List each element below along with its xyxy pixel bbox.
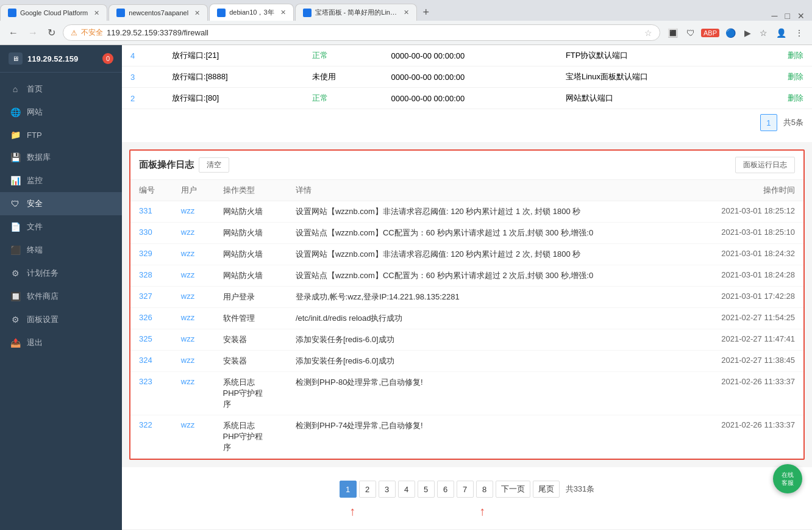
delete-btn[interactable]: 删除 [749,66,812,88]
clear-log-button[interactable]: 清空 [199,157,229,173]
row-id: 3 [122,66,163,88]
security-icon: ⚠ [71,29,77,37]
log-type: 网站防火墙 [215,265,287,287]
back-button[interactable]: ← [6,26,21,40]
sidebar-label-database: 数据库 [27,152,51,163]
page-btn-2[interactable]: 2 [359,481,376,498]
tab-close-btn[interactable]: ✕ [194,9,200,17]
arrow-page8: ↑ [479,505,485,517]
maximize-button[interactable]: □ [785,11,790,21]
address-bar[interactable]: ⚠ 不安全 119.29.52.159:33789/firewall ☆ [63,24,660,41]
insecure-label: 不安全 [81,27,103,38]
reload-button[interactable]: ↻ [45,26,58,40]
database-icon: 💾 [10,152,21,162]
sidebar-item-cron[interactable]: ⚙ 计划任务 [0,262,122,285]
sidebar-header: 🖥 119.29.52.159 0 [0,45,122,73]
sidebar-item-monitor[interactable]: 📊 监控 [0,169,122,192]
tab-close-btn[interactable]: ✕ [280,9,286,16]
log-row: 330 wzz 网站防火墙 设置站点【wzznb.com】CC配置为：60 秒内… [130,223,803,244]
sidebar-item-terminal[interactable]: ⬛ 终端 [0,238,122,262]
extension-btn-1[interactable]: 🔳 [665,27,680,39]
log-id: 331 [130,201,173,223]
log-type: 安装器 [215,329,287,351]
tab-close-btn[interactable]: ✕ [94,9,99,17]
sidebar-label-panel-settings: 面板设置 [27,314,59,325]
pagination-total: 共331条 [566,484,595,495]
page-btn-6[interactable]: 6 [437,481,454,498]
new-tab-button[interactable]: + [418,5,435,20]
row-id: 2 [122,88,163,109]
user-avatar[interactable]: 👤 [774,27,789,39]
log-id: 325 [130,329,173,351]
log-id: 329 [130,244,173,265]
server-icon: 🖥 [9,52,23,65]
page-btn-5[interactable]: 5 [418,481,435,498]
log-detail: 检测到PHP-74处理异常,已自动修复! [287,415,688,459]
page-btn-1[interactable]: 1 [340,481,357,498]
sidebar-item-appstore[interactable]: 🔲 软件商店 [0,285,122,308]
content-area: 4 放行端口:[21] 正常 0000-00-00 00:00:00 FTP协议… [122,45,812,530]
log-type: 系统日志PHP守护程序 [215,415,287,459]
extension-btn-abp[interactable]: ABP [701,29,719,37]
next-page-btn[interactable]: 下一页 [496,481,530,498]
sidebar-item-home[interactable]: ⌂ 首页 [0,77,122,101]
page-btn-7[interactable]: 7 [457,481,474,498]
table-row: 4 放行端口:[21] 正常 0000-00-00 00:00:00 FTP协议… [122,45,812,66]
sidebar-item-ftp[interactable]: 📁 FTP [0,124,122,146]
sidebar-item-logout[interactable]: 📤 退出 [0,331,122,354]
firewall-pagination: 1 共5条 [122,109,812,136]
page-btn-8[interactable]: 8 [476,481,493,498]
row-time: 0000-00-00 00:00:00 [383,66,557,88]
extension-btn-media[interactable]: ▶ [742,27,753,39]
address-bar-row: ← → ↻ ⚠ 不安全 119.29.52.159:33789/firewall… [0,21,812,45]
tab-close-btn[interactable]: ✕ [404,9,409,16]
tab-google-cloud[interactable]: Google Cloud Platform ✕ [0,4,107,21]
sidebar-item-files[interactable]: 📄 文件 [0,215,122,238]
row-remark: FTP协议默认端口 [557,45,749,66]
log-detail: /etc/init.d/redis reload执行成功 [287,308,688,329]
page-btn-4[interactable]: 4 [398,481,415,498]
tab-baota[interactable]: 宝塔面板 - 简单好用的Linux/Win... ✕ [295,4,417,21]
log-id: 324 [130,351,173,372]
online-service-button[interactable]: 在线 客服 [773,464,802,493]
bottom-pagination: 1 2 3 4 5 6 7 8 下一页 尾页 共331条 [122,473,812,505]
bottom-pagination-container: 1 2 3 4 5 6 7 8 下一页 尾页 共331条 ↑ ↑ [122,467,812,529]
log-user: wzz [173,223,215,244]
sidebar-item-database[interactable]: 💾 数据库 [0,146,122,169]
bookmark-btn[interactable]: ☆ [757,27,770,39]
log-time: 2021-03-01 18:25:12 [688,201,803,223]
online-service-line2: 客服 [782,479,794,487]
log-time: 2021-03-01 18:25:10 [688,223,803,244]
log-row: 324 wzz 安装器 添加安装任务[redis-6.0]成功 2021-02-… [130,351,803,372]
star-icon[interactable]: ☆ [644,28,652,38]
log-id: 322 [130,415,173,459]
forward-button[interactable]: → [26,26,40,40]
log-type: 网站防火墙 [215,223,287,244]
log-type: 软件管理 [215,308,287,329]
log-id: 327 [130,287,173,308]
page-btn-3[interactable]: 3 [379,481,396,498]
tab-newcentos[interactable]: newcentos7aapanel ✕ [109,4,208,21]
log-time: 2021-03-01 18:24:32 [688,244,803,265]
page-btn-1[interactable]: 1 [760,114,777,131]
delete-btn[interactable]: 删除 [749,88,812,109]
minimize-button[interactable]: ─ [772,11,778,21]
runtime-log-button[interactable]: 面板运行日志 [735,157,795,173]
sidebar-label-appstore: 软件商店 [27,291,59,302]
extension-btn-translate[interactable]: 🔵 [723,27,738,39]
log-user: wzz [173,287,215,308]
log-id: 326 [130,308,173,329]
more-btn[interactable]: ⋮ [792,27,806,39]
table-row: 3 放行端口:[8888] 未使用 0000-00-00 00:00:00 宝塔… [122,66,812,88]
table-row: 2 放行端口:[80] 正常 0000-00-00 00:00:00 网站默认端… [122,88,812,109]
extension-btn-2[interactable]: 🛡 [684,27,697,39]
sidebar-item-security[interactable]: 🛡 安全 [0,192,122,215]
close-button[interactable]: ✕ [797,11,805,21]
tab-debian[interactable]: debian10，3年 ✕ [209,4,293,21]
delete-btn[interactable]: 删除 [749,45,812,66]
col-user: 用户 [173,180,215,201]
sidebar-item-panel-settings[interactable]: ⚙ 面板设置 [0,308,122,331]
last-page-btn[interactable]: 尾页 [533,481,560,498]
sidebar-item-website[interactable]: 🌐 网站 [0,101,122,124]
window-controls: ─ □ ✕ [764,11,812,21]
